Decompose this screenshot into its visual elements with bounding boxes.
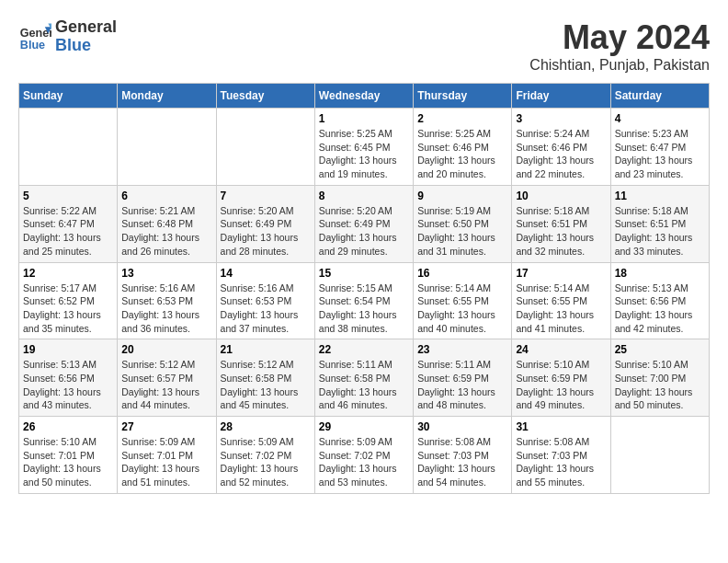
day-info: Sunrise: 5:11 AM Sunset: 6:58 PM Dayligh… xyxy=(319,358,409,412)
calendar-cell: 31Sunrise: 5:08 AM Sunset: 7:03 PM Dayli… xyxy=(512,417,610,494)
weekday-header-thursday: Thursday xyxy=(414,84,512,109)
day-info: Sunrise: 5:15 AM Sunset: 6:54 PM Dayligh… xyxy=(319,282,409,336)
location-title: Chishtian, Punjab, Pakistan xyxy=(529,57,710,74)
day-number: 7 xyxy=(221,190,311,202)
calendar-cell: 13Sunrise: 5:16 AM Sunset: 6:53 PM Dayli… xyxy=(118,262,216,339)
calendar-cell: 12Sunrise: 5:17 AM Sunset: 6:52 PM Dayli… xyxy=(19,262,118,339)
weekday-header-friday: Friday xyxy=(512,84,610,109)
calendar-cell: 5Sunrise: 5:22 AM Sunset: 6:47 PM Daylig… xyxy=(19,185,118,262)
day-number: 21 xyxy=(221,343,311,356)
calendar-cell: 1Sunrise: 5:25 AM Sunset: 6:45 PM Daylig… xyxy=(314,109,413,186)
calendar-cell: 17Sunrise: 5:14 AM Sunset: 6:55 PM Dayli… xyxy=(512,262,610,339)
calendar-cell: 16Sunrise: 5:14 AM Sunset: 6:55 PM Dayli… xyxy=(414,262,512,339)
calendar-cell: 9Sunrise: 5:19 AM Sunset: 6:50 PM Daylig… xyxy=(414,185,512,262)
day-info: Sunrise: 5:13 AM Sunset: 6:56 PM Dayligh… xyxy=(615,282,705,336)
day-info: Sunrise: 5:12 AM Sunset: 6:58 PM Dayligh… xyxy=(221,358,311,412)
calendar-cell xyxy=(19,109,118,186)
day-info: Sunrise: 5:08 AM Sunset: 7:03 PM Dayligh… xyxy=(516,435,606,489)
day-info: Sunrise: 5:19 AM Sunset: 6:50 PM Dayligh… xyxy=(417,204,507,259)
page-header: General Blue General Blue May 2024 Chish… xyxy=(18,18,710,74)
calendar-cell: 28Sunrise: 5:09 AM Sunset: 7:02 PM Dayli… xyxy=(216,417,314,494)
logo-icon: General Blue xyxy=(18,20,51,53)
calendar-cell: 15Sunrise: 5:15 AM Sunset: 6:54 PM Dayli… xyxy=(314,262,413,339)
day-number: 20 xyxy=(121,343,211,356)
calendar-cell: 29Sunrise: 5:09 AM Sunset: 7:02 PM Dayli… xyxy=(314,417,413,494)
day-info: Sunrise: 5:21 AM Sunset: 6:48 PM Dayligh… xyxy=(121,204,211,259)
logo: General Blue General Blue xyxy=(18,18,117,55)
calendar-cell: 3Sunrise: 5:24 AM Sunset: 6:46 PM Daylig… xyxy=(512,109,610,186)
day-number: 4 xyxy=(615,112,705,125)
day-info: Sunrise: 5:22 AM Sunset: 6:47 PM Dayligh… xyxy=(23,204,113,259)
day-number: 25 xyxy=(615,343,705,356)
day-number: 16 xyxy=(417,267,507,280)
day-number: 31 xyxy=(516,420,606,433)
day-info: Sunrise: 5:23 AM Sunset: 6:47 PM Dayligh… xyxy=(615,127,705,181)
day-info: Sunrise: 5:24 AM Sunset: 6:46 PM Dayligh… xyxy=(516,127,606,181)
logo-general: General xyxy=(55,18,117,37)
day-number: 17 xyxy=(516,267,606,280)
day-number: 11 xyxy=(615,190,705,202)
day-info: Sunrise: 5:18 AM Sunset: 6:51 PM Dayligh… xyxy=(615,204,705,259)
day-info: Sunrise: 5:10 AM Sunset: 7:00 PM Dayligh… xyxy=(615,358,705,412)
month-title: May 2024 xyxy=(529,18,710,57)
calendar-cell: 26Sunrise: 5:10 AM Sunset: 7:01 PM Dayli… xyxy=(19,417,118,494)
day-info: Sunrise: 5:10 AM Sunset: 6:59 PM Dayligh… xyxy=(516,358,606,412)
day-info: Sunrise: 5:25 AM Sunset: 6:46 PM Dayligh… xyxy=(417,127,507,181)
day-number: 13 xyxy=(121,267,211,280)
weekday-header-sunday: Sunday xyxy=(19,84,118,109)
day-info: Sunrise: 5:10 AM Sunset: 7:01 PM Dayligh… xyxy=(23,435,113,489)
calendar-cell: 7Sunrise: 5:20 AM Sunset: 6:49 PM Daylig… xyxy=(216,185,314,262)
calendar-week-row: 1Sunrise: 5:25 AM Sunset: 6:45 PM Daylig… xyxy=(19,109,710,186)
day-number: 15 xyxy=(319,267,409,280)
day-info: Sunrise: 5:16 AM Sunset: 6:53 PM Dayligh… xyxy=(221,282,311,336)
logo-blue: Blue xyxy=(55,37,117,55)
day-info: Sunrise: 5:20 AM Sunset: 6:49 PM Dayligh… xyxy=(221,204,311,259)
day-number: 26 xyxy=(23,420,113,433)
day-number: 23 xyxy=(417,343,507,356)
day-number: 29 xyxy=(319,420,409,433)
calendar-cell xyxy=(118,109,216,186)
calendar-cell: 18Sunrise: 5:13 AM Sunset: 6:56 PM Dayli… xyxy=(610,262,709,339)
day-number: 5 xyxy=(23,190,113,202)
calendar-cell: 2Sunrise: 5:25 AM Sunset: 6:46 PM Daylig… xyxy=(414,109,512,186)
day-number: 2 xyxy=(417,112,507,125)
day-info: Sunrise: 5:11 AM Sunset: 6:59 PM Dayligh… xyxy=(417,358,507,412)
calendar-cell: 20Sunrise: 5:12 AM Sunset: 6:57 PM Dayli… xyxy=(118,339,216,417)
title-block: May 2024 Chishtian, Punjab, Pakistan xyxy=(529,18,710,74)
calendar-cell: 24Sunrise: 5:10 AM Sunset: 6:59 PM Dayli… xyxy=(512,339,610,417)
day-number: 14 xyxy=(221,267,311,280)
calendar-cell: 19Sunrise: 5:13 AM Sunset: 6:56 PM Dayli… xyxy=(19,339,118,417)
logo-text: General Blue xyxy=(55,18,117,55)
day-number: 22 xyxy=(319,343,409,356)
day-number: 9 xyxy=(417,190,507,202)
weekday-header-saturday: Saturday xyxy=(610,84,709,109)
calendar-cell: 10Sunrise: 5:18 AM Sunset: 6:51 PM Dayli… xyxy=(512,185,610,262)
calendar-week-row: 19Sunrise: 5:13 AM Sunset: 6:56 PM Dayli… xyxy=(19,339,710,417)
calendar-week-row: 26Sunrise: 5:10 AM Sunset: 7:01 PM Dayli… xyxy=(19,417,710,494)
calendar-cell xyxy=(216,109,314,186)
calendar-header-row: SundayMondayTuesdayWednesdayThursdayFrid… xyxy=(19,84,710,109)
day-number: 30 xyxy=(417,420,507,433)
calendar-cell: 14Sunrise: 5:16 AM Sunset: 6:53 PM Dayli… xyxy=(216,262,314,339)
calendar-week-row: 12Sunrise: 5:17 AM Sunset: 6:52 PM Dayli… xyxy=(19,262,710,339)
day-info: Sunrise: 5:09 AM Sunset: 7:01 PM Dayligh… xyxy=(121,435,211,489)
day-info: Sunrise: 5:09 AM Sunset: 7:02 PM Dayligh… xyxy=(221,435,311,489)
day-number: 8 xyxy=(319,190,409,202)
day-number: 10 xyxy=(516,190,606,202)
day-info: Sunrise: 5:08 AM Sunset: 7:03 PM Dayligh… xyxy=(417,435,507,489)
day-number: 24 xyxy=(516,343,606,356)
calendar-cell: 25Sunrise: 5:10 AM Sunset: 7:00 PM Dayli… xyxy=(610,339,709,417)
day-info: Sunrise: 5:18 AM Sunset: 6:51 PM Dayligh… xyxy=(516,204,606,259)
calendar-cell: 30Sunrise: 5:08 AM Sunset: 7:03 PM Dayli… xyxy=(414,417,512,494)
day-number: 28 xyxy=(221,420,311,433)
day-info: Sunrise: 5:16 AM Sunset: 6:53 PM Dayligh… xyxy=(121,282,211,336)
day-info: Sunrise: 5:25 AM Sunset: 6:45 PM Dayligh… xyxy=(319,127,409,181)
calendar-cell: 4Sunrise: 5:23 AM Sunset: 6:47 PM Daylig… xyxy=(610,109,709,186)
day-number: 19 xyxy=(23,343,113,356)
day-info: Sunrise: 5:14 AM Sunset: 6:55 PM Dayligh… xyxy=(516,282,606,336)
day-number: 3 xyxy=(516,112,606,125)
weekday-header-wednesday: Wednesday xyxy=(314,84,413,109)
day-info: Sunrise: 5:14 AM Sunset: 6:55 PM Dayligh… xyxy=(417,282,507,336)
day-info: Sunrise: 5:20 AM Sunset: 6:49 PM Dayligh… xyxy=(319,204,409,259)
weekday-header-monday: Monday xyxy=(118,84,216,109)
